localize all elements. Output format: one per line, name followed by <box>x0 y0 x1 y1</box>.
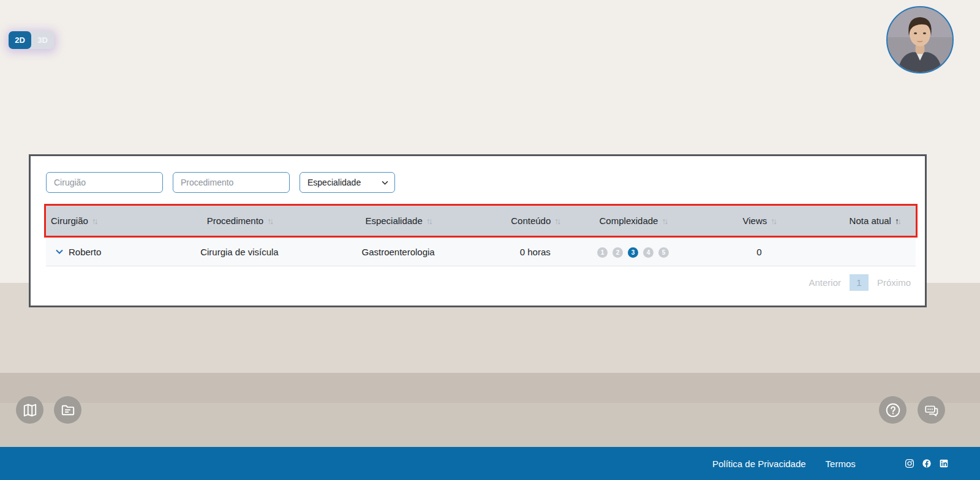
cell-conteudo: 0 horas <box>485 247 585 257</box>
terms-link[interactable]: Termos <box>826 459 856 469</box>
complexity-badge: 2 <box>612 247 623 258</box>
background-bottom <box>0 403 980 447</box>
sort-icon[interactable] <box>662 216 666 226</box>
sort-icon[interactable] <box>426 216 431 226</box>
toggle-2d-button[interactable]: 2D <box>9 31 31 49</box>
toggle-3d-button[interactable]: 3D <box>31 31 54 49</box>
cell-complexidade: 1 2 3 4 5 <box>585 246 680 258</box>
complexity-badge: 5 <box>658 247 669 258</box>
header-procedimento[interactable]: Procedimento <box>168 216 311 226</box>
documents-button[interactable] <box>54 396 81 424</box>
chat-icon <box>924 402 940 418</box>
avatar-portrait-image <box>888 7 952 72</box>
sort-icon[interactable] <box>771 216 775 226</box>
highlight-annotation-box: Cirurgião Procedimento Especialidade Con… <box>44 204 918 238</box>
sort-icon[interactable] <box>92 216 97 226</box>
pagination: Anterior 1 Próximo <box>809 274 911 291</box>
especialidade-select[interactable]: Especialidade <box>300 172 395 193</box>
header-nota-atual[interactable]: Nota atual <box>837 216 916 226</box>
facebook-icon[interactable] <box>922 459 932 468</box>
background-lower <box>0 373 980 403</box>
surgeries-panel: Especialidade Cirurgião Procedimento Esp… <box>29 154 927 307</box>
cell-cirurgiao: Roberto <box>46 247 168 257</box>
complexity-badge: 1 <box>597 247 608 258</box>
privacy-policy-link[interactable]: Política de Privacidade <box>712 459 806 469</box>
cell-views: 0 <box>681 247 838 257</box>
cirugiao-filter-input[interactable] <box>46 172 163 193</box>
table-row[interactable]: Roberto Cirurgia de visícula Gastroenter… <box>46 238 916 266</box>
complexity-badge: 4 <box>643 247 654 258</box>
cell-especialidade: Gastroenterologia <box>311 247 485 257</box>
especialidade-select-value: Especialidade <box>307 178 382 187</box>
social-links <box>905 459 949 468</box>
header-views[interactable]: Views <box>681 216 838 226</box>
sort-icon[interactable] <box>267 216 272 226</box>
table-header-row: Cirurgião Procedimento Especialidade Con… <box>46 206 916 236</box>
linkedin-icon[interactable] <box>939 459 949 468</box>
procedimento-filter-input[interactable] <box>173 172 290 193</box>
header-complexidade[interactable]: Complexidade <box>585 216 680 226</box>
sort-icon[interactable] <box>554 216 559 226</box>
chat-button[interactable] <box>918 396 945 424</box>
expand-row-chevron-icon[interactable] <box>56 249 63 254</box>
header-conteudo[interactable]: Conteúdo <box>485 216 585 226</box>
complexity-badge: 3 <box>628 247 638 258</box>
user-avatar[interactable] <box>886 6 954 73</box>
header-especialidade[interactable]: Especialidade <box>311 216 485 226</box>
map-button[interactable] <box>16 396 43 424</box>
header-cirurgiao[interactable]: Cirurgião <box>46 216 168 226</box>
pagination-page-1[interactable]: 1 <box>850 274 869 291</box>
cell-procedimento: Cirurgia de visícula <box>168 247 311 257</box>
complexity-badges: 1 2 3 4 5 <box>597 247 669 258</box>
chevron-down-icon <box>382 181 388 185</box>
help-icon <box>885 402 901 418</box>
pagination-next[interactable]: Próximo <box>877 277 911 288</box>
help-button[interactable] <box>879 396 907 424</box>
pagination-previous[interactable]: Anterior <box>809 277 841 288</box>
folder-icon <box>60 402 76 418</box>
filter-bar: Especialidade <box>46 172 395 193</box>
instagram-icon[interactable] <box>905 459 914 468</box>
map-icon <box>22 402 38 418</box>
view-mode-toggle: 2D 3D <box>9 31 54 49</box>
sort-icon-active[interactable] <box>895 216 900 226</box>
footer-bar: Política de Privacidade Termos <box>0 447 980 480</box>
